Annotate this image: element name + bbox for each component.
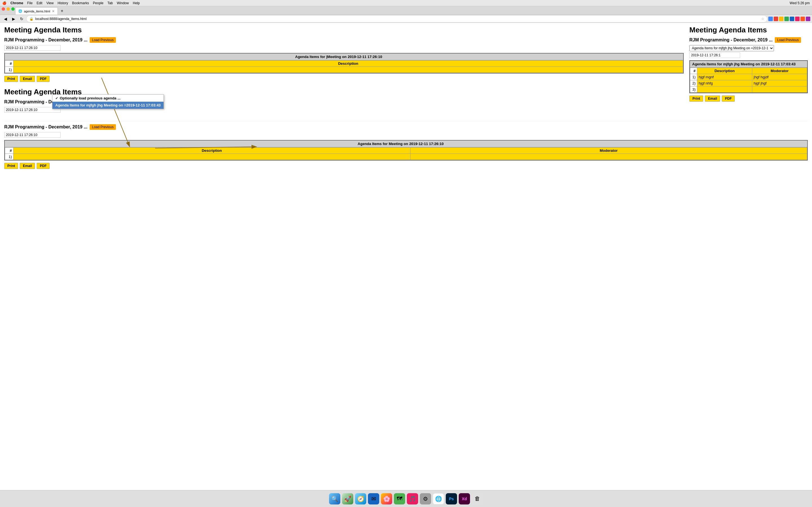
- menu-people[interactable]: People: [93, 1, 103, 5]
- tab-close-button[interactable]: ✕: [52, 9, 55, 13]
- favicon-8[interactable]: [806, 17, 810, 21]
- action-buttons-1: Print Email PDF: [4, 76, 684, 82]
- middle-section: Meeting Agenda Items RJM Programming - D…: [4, 88, 684, 113]
- bottom-row1-mod[interactable]: [410, 154, 807, 160]
- right-column: Meeting Agenda Items RJM Programming - D…: [687, 25, 808, 118]
- bottom-meeting-on: Meeting on: [389, 142, 408, 146]
- bottom-meeting-datetime-input[interactable]: [409, 142, 454, 146]
- maximize-button[interactable]: [11, 7, 15, 11]
- right-col-moderator: Moderator: [752, 68, 807, 74]
- active-tab[interactable]: 🌐 agenda_items.html ✕: [15, 7, 58, 15]
- col-description-1: Description: [13, 61, 683, 67]
- right-row3-mod[interactable]: [752, 87, 807, 93]
- right-col-hash: #: [690, 68, 697, 74]
- right-row1-num: 1): [690, 74, 697, 80]
- print-button-bottom[interactable]: Print: [4, 163, 18, 169]
- agenda-table-container-1: Agenda Items for |Meeting on # Descripti…: [4, 53, 684, 73]
- right-row1-desc: hjgf mgnf: [697, 74, 752, 80]
- pdf-button-bottom[interactable]: PDF: [37, 163, 50, 169]
- pdf-button-right[interactable]: PDF: [722, 96, 735, 102]
- menu-history[interactable]: History: [57, 1, 68, 5]
- right-agenda-container: Agenda Items for mjfgh jhg Meeting on 20…: [689, 60, 808, 93]
- right-agenda-table: # Description Moderator 1) hjgf mgnf jhg…: [690, 68, 807, 93]
- email-button-right[interactable]: Email: [705, 96, 720, 102]
- bottom-agenda-title-row: Agenda Items for Meeting on: [5, 140, 807, 147]
- lock-icon: 🔒: [29, 17, 34, 21]
- favicon-5[interactable]: [790, 17, 794, 21]
- load-previous-button-1[interactable]: Load Previous: [90, 37, 116, 43]
- right-meeting-datetime: 2019-12-11 17:03:43: [761, 62, 796, 66]
- agenda-title-prefix-1: Agenda Items for: [295, 55, 325, 59]
- new-tab-button[interactable]: +: [58, 7, 66, 15]
- row1-num-1: 1): [5, 67, 13, 73]
- menu-edit[interactable]: Edit: [37, 1, 43, 5]
- bottom-col-description: Description: [13, 148, 410, 154]
- right-row1-mod: jhgf hgjdf: [752, 74, 807, 80]
- tab-title: agenda_items.html: [24, 10, 50, 13]
- left-column: Meeting Agenda Items RJM Programming - D…: [4, 25, 687, 118]
- meeting-label-1: RJM Programming - December, 2019 ...: [4, 38, 87, 43]
- menu-bar-right: Wed 5:26 pm: [790, 1, 810, 5]
- agenda-table-1: # Description 1): [5, 60, 683, 73]
- bottom-col-hash: #: [5, 148, 13, 154]
- right-title-prefix: Agenda Items for mjfgh jhg Meeting on: [692, 62, 760, 66]
- reload-button[interactable]: ↻: [18, 15, 26, 22]
- email-button-bottom[interactable]: Email: [20, 163, 35, 169]
- favicon-6[interactable]: [795, 17, 800, 21]
- action-buttons-bottom: Print Email PDF: [4, 163, 808, 169]
- menu-help[interactable]: Help: [133, 1, 140, 5]
- right-row2-mod: hjgf jhgf: [752, 80, 807, 87]
- meeting-header-1: RJM Programming - December, 2019 ... Loa…: [4, 37, 684, 43]
- row1-desc-1[interactable]: [13, 67, 683, 73]
- datetime-input-right[interactable]: [689, 52, 740, 58]
- bottom-section: RJM Programming - December, 2019 ... Loa…: [4, 121, 808, 169]
- url-text: localhost:8888/agenda_items.html: [35, 17, 760, 21]
- tab-favicon: 🌐: [18, 9, 22, 13]
- datetime-input-1[interactable]: [4, 45, 61, 51]
- menu-window[interactable]: Window: [117, 1, 129, 5]
- meeting-header-bottom: RJM Programming - December, 2019 ... Loa…: [4, 124, 808, 130]
- back-button[interactable]: ◀: [2, 15, 9, 22]
- forward-button[interactable]: ▶: [10, 15, 17, 22]
- table-row: 1): [5, 154, 807, 160]
- datetime-input-bottom[interactable]: [4, 132, 61, 138]
- favicon-4[interactable]: [784, 17, 789, 21]
- bottom-row1-num: 1): [5, 154, 13, 160]
- bottom-agenda-container: Agenda Items for Meeting on # Descriptio…: [4, 140, 808, 161]
- traffic-lights: [2, 7, 15, 15]
- email-button-1[interactable]: Email: [20, 76, 35, 82]
- dropdown-item-1[interactable]: ✓ Optionally load previous agenda ...: [52, 95, 163, 102]
- previous-agenda-select[interactable]: Agenda Items for mjfgh jhg Meeting on =2…: [689, 45, 774, 51]
- favicon-1[interactable]: [768, 17, 773, 21]
- apple-menu[interactable]: 🍎: [2, 1, 6, 5]
- menu-bookmarks[interactable]: Bookmarks: [72, 1, 89, 5]
- bottom-row1-desc[interactable]: [13, 154, 410, 160]
- right-row3-desc[interactable]: [697, 87, 752, 93]
- dropdown-popup[interactable]: ✓ Optionally load previous agenda ... Ag…: [52, 94, 164, 109]
- favicon-2[interactable]: [774, 17, 778, 21]
- menu-view[interactable]: View: [46, 1, 54, 5]
- menu-chrome[interactable]: Chrome: [10, 1, 23, 5]
- checkmark-icon: ✓: [55, 96, 58, 100]
- load-previous-button-right[interactable]: Load Previous: [775, 37, 801, 43]
- dropdown-item-2[interactable]: Agenda Items for mjfgh jhg Meeting on =2…: [52, 102, 163, 109]
- menu-file[interactable]: File: [27, 1, 33, 5]
- pdf-button-1[interactable]: PDF: [37, 76, 50, 82]
- meeting-datetime-input-1[interactable]: [348, 55, 393, 59]
- load-previous-button-bottom[interactable]: Load Previous: [90, 124, 116, 130]
- print-button-1[interactable]: Print: [4, 76, 18, 82]
- right-row2-num: 2): [690, 80, 697, 87]
- address-bar[interactable]: 🔒 localhost:8888/agenda_items.html ☆: [26, 15, 767, 22]
- bookmark-icon[interactable]: ☆: [761, 17, 764, 21]
- menu-tab[interactable]: Tab: [107, 1, 113, 5]
- page-content: Meeting Agenda Items RJM Programming - D…: [0, 23, 812, 172]
- close-button[interactable]: [2, 7, 5, 11]
- print-button-right[interactable]: Print: [689, 96, 703, 102]
- meeting-label-right: RJM Programming - December, 2019 ...: [689, 38, 772, 43]
- right-col-description: Description: [697, 68, 752, 74]
- favicon-3[interactable]: [779, 17, 783, 21]
- minimize-button[interactable]: [6, 7, 10, 11]
- favicon-7[interactable]: [801, 17, 805, 21]
- dropdown-option-2: Agenda Items for mjfgh jhg Meeting on =2…: [55, 103, 161, 107]
- meeting-header-2: RJM Programming - December, 2019 ... Loa…: [4, 99, 684, 105]
